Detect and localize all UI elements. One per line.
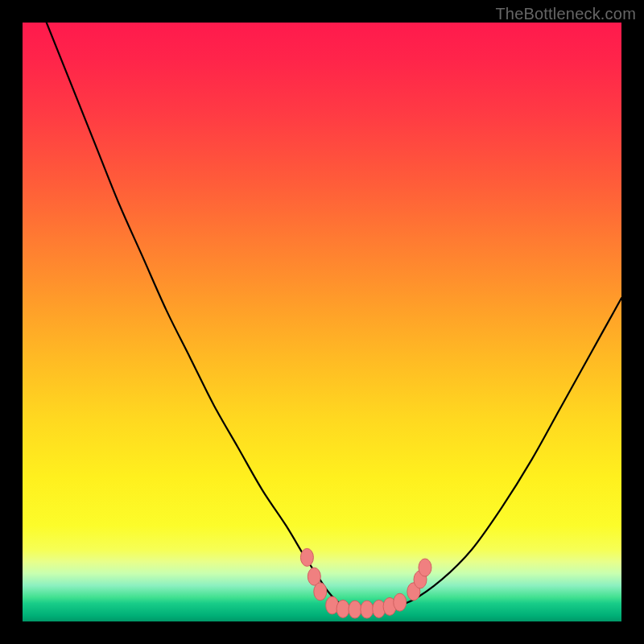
- plot-area: [23, 23, 621, 621]
- curve-marker: [349, 601, 361, 618]
- curve-layer: [23, 23, 621, 621]
- curve-marker: [361, 601, 374, 618]
- chart-frame: TheBottleneck.com: [0, 0, 644, 644]
- curve-marker: [394, 593, 407, 611]
- bottleneck-curve: [47, 23, 621, 609]
- curve-marker: [419, 559, 431, 576]
- curve-markers: [300, 548, 431, 618]
- curve-marker: [336, 600, 349, 617]
- curve-marker: [314, 583, 327, 601]
- curve-marker: [300, 548, 313, 566]
- watermark-text: TheBottleneck.com: [495, 5, 636, 23]
